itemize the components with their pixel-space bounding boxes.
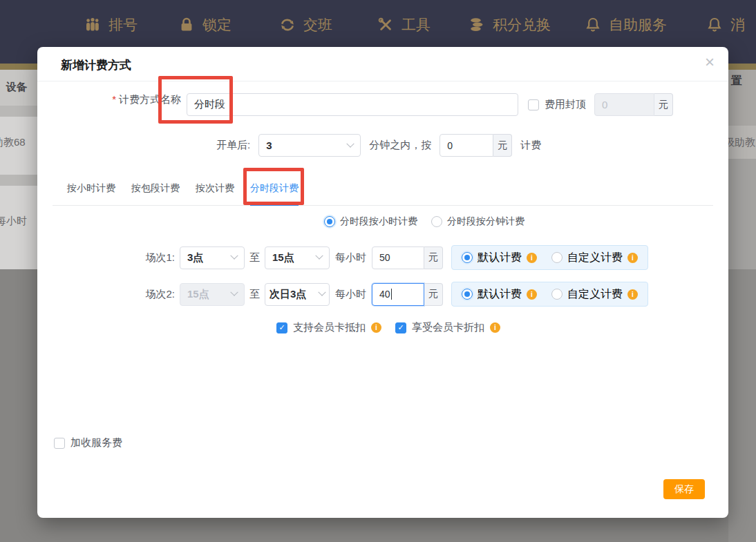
nav-points-exchange[interactable]: 积分兑换 <box>469 15 551 35</box>
open-bill-suffix: 计费 <box>520 139 541 152</box>
nav-label: 交班 <box>303 15 332 35</box>
bg-divider-band <box>0 106 37 117</box>
bell-icon <box>585 17 601 33</box>
bg-row-text: 级助教 <box>724 136 755 149</box>
open-bill-unit: 元 <box>493 134 512 157</box>
bg-table-row: 助教68 <box>0 117 37 175</box>
info-icon[interactable]: i <box>371 322 381 333</box>
session-row-1: 场次1: 3点 至 15点 每小时 元 默认计费 i 自定义计费 i <box>142 245 648 270</box>
nav-label: 自助服务 <box>609 15 667 35</box>
bg-table-row: 每小时 <box>0 186 37 269</box>
member-discount-checkbox[interactable]: ✓ <box>395 322 406 333</box>
save-button[interactable]: 保存 <box>663 479 705 499</box>
input-value: 40 <box>379 289 390 300</box>
service-fee-checkbox[interactable] <box>54 438 65 449</box>
to-label: 至 <box>249 288 260 301</box>
session-row-2: 场次2: 15点 至 次日3点 每小时 40 元 默认计费 i 自定义计费 i <box>142 282 648 307</box>
pricing-default-label: 默认计费 <box>478 251 522 265</box>
radio-selected-icon[interactable] <box>324 216 335 227</box>
info-icon[interactable]: i <box>627 289 638 300</box>
open-bill-label: 开单后: <box>216 139 250 152</box>
select-value: 次日3点 <box>270 288 306 301</box>
name-label-wrap: *计费方式名称 <box>37 93 181 106</box>
session2-from-select[interactable]: 15点 <box>180 283 245 306</box>
service-fee-label: 加收服务费 <box>70 436 122 449</box>
nav-messages[interactable]: 消 <box>706 15 745 35</box>
close-icon[interactable]: × <box>705 54 715 70</box>
member-deduct-label: 支持会员卡抵扣 <box>293 321 366 334</box>
nav-self-service[interactable]: 自助服务 <box>585 15 667 35</box>
nav-shift-change[interactable]: 交班 <box>279 15 332 35</box>
info-icon[interactable]: i <box>527 253 537 263</box>
mode-option-label: 分时段按小时计费 <box>340 215 417 228</box>
tab-time-period[interactable]: 分时段计费 <box>250 182 299 206</box>
nav-label: 排号 <box>108 15 138 35</box>
billing-name-label: 计费方式名称 <box>119 93 181 105</box>
radio-icon[interactable] <box>551 289 563 300</box>
mode-option-hourly[interactable]: 分时段按小时计费 <box>324 215 417 228</box>
billing-type-tabs: 按小时计费 按包段计费 按次计费 分时段计费 <box>53 178 713 206</box>
title-divider <box>37 81 728 81</box>
chevron-down-icon <box>318 289 325 296</box>
radio-icon[interactable] <box>551 252 563 263</box>
radio-icon[interactable] <box>431 216 442 227</box>
info-icon[interactable]: i <box>490 322 500 333</box>
open-bill-row: 开单后: 3 分钟之内，按 元 计费 <box>216 134 541 157</box>
session2-unit: 元 <box>424 283 443 306</box>
select-value: 3 <box>266 139 272 151</box>
pricing-default-label: 默认计费 <box>478 287 522 302</box>
member-discount-label: 享受会员卡折扣 <box>412 321 484 334</box>
session1-from-select[interactable]: 3点 <box>180 246 245 269</box>
session1-pricing-group: 默认计费 i 自定义计费 i <box>451 245 648 270</box>
tab-package[interactable]: 按包段计费 <box>131 182 180 206</box>
chevron-down-icon <box>230 289 238 296</box>
to-label: 至 <box>249 251 260 264</box>
fee-cap-amount-input[interactable] <box>594 93 654 116</box>
per-hour-label: 每小时 <box>335 288 366 301</box>
mode-option-label: 分时段按分钟计费 <box>447 215 525 228</box>
info-icon[interactable]: i <box>627 253 638 263</box>
billing-name-input[interactable] <box>187 93 518 116</box>
nav-lock[interactable]: 锁定 <box>178 15 231 35</box>
service-fee-row[interactable]: 加收服务费 <box>54 436 122 449</box>
session1-amount-input[interactable] <box>372 246 424 269</box>
refresh-icon <box>279 17 296 33</box>
session1-to-select[interactable]: 15点 <box>265 246 330 269</box>
select-value: 3点 <box>187 251 203 264</box>
radio-selected-icon[interactable] <box>462 289 473 300</box>
session2-amount-input[interactable]: 40 <box>372 283 424 306</box>
nav-tools[interactable]: 工具 <box>377 15 431 35</box>
fee-cap-label: 费用封顶 <box>545 98 586 111</box>
bell-icon <box>706 17 723 33</box>
tab-hourly[interactable]: 按小时计费 <box>67 182 115 206</box>
fee-cap-option[interactable]: 费用封顶 元 <box>528 93 673 116</box>
bg-row-text: 每小时 <box>0 215 27 228</box>
fee-cap-checkbox[interactable] <box>528 99 539 110</box>
session-label: 场次1: <box>142 251 175 264</box>
session2-pricing-group: 默认计费 i 自定义计费 i <box>451 282 648 307</box>
text-caret <box>391 289 393 300</box>
tab-per-time[interactable]: 按次计费 <box>196 182 234 206</box>
open-bill-minutes-select[interactable]: 3 <box>258 134 361 157</box>
tools-icon <box>377 17 394 33</box>
info-icon[interactable]: i <box>527 289 537 300</box>
session-label: 场次2: <box>142 288 175 301</box>
nav-queue-number[interactable]: 排号 <box>84 15 138 35</box>
member-deduct-checkbox[interactable]: ✓ <box>276 322 287 333</box>
people-icon <box>84 17 101 33</box>
bg-tab-device: 设备 <box>6 81 27 94</box>
bg-right-text: 置 <box>731 74 742 88</box>
coins-icon <box>469 17 485 33</box>
mode-radio-row: 分时段按小时计费 分时段按分钟计费 <box>324 215 525 228</box>
mode-option-per-minute[interactable]: 分时段按分钟计费 <box>431 215 525 228</box>
nav-label: 积分兑换 <box>493 15 551 35</box>
fee-cap-unit: 元 <box>654 93 673 116</box>
radio-selected-icon[interactable] <box>462 252 473 263</box>
member-options-row: ✓ 支持会员卡抵扣 i ✓ 享受会员卡折扣 i <box>276 321 500 334</box>
chevron-down-icon <box>347 139 355 147</box>
select-value: 15点 <box>187 288 209 301</box>
session2-to-select[interactable]: 次日3点 <box>265 283 330 306</box>
open-bill-infix: 分钟之内，按 <box>369 139 431 152</box>
open-bill-amount-input[interactable] <box>440 134 493 157</box>
select-value: 15点 <box>272 251 294 264</box>
